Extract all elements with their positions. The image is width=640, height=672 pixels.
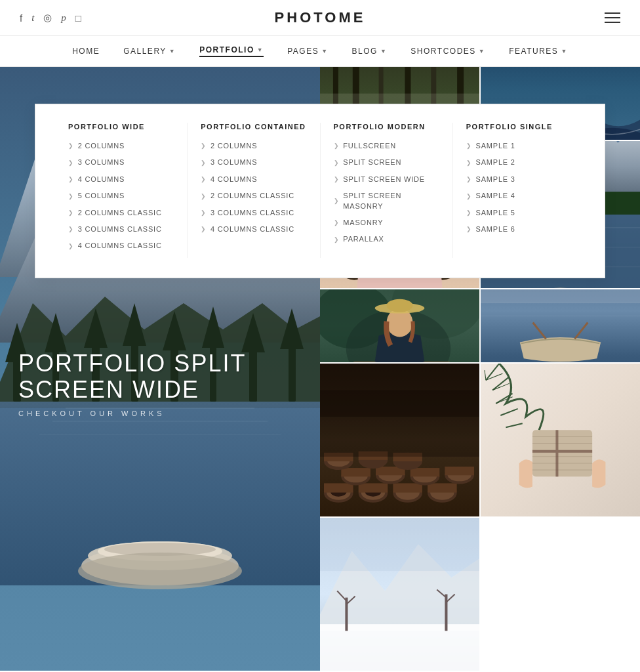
- dropdown-item[interactable]: ❯PARALLAX: [334, 234, 439, 244]
- dropdown-item[interactable]: ❯5 COLUMNS: [68, 191, 174, 201]
- grid-cell-logs[interactable]: [320, 364, 479, 516]
- hero-title: PORTFOLIO SPLIT SCREEN WIDE: [18, 350, 320, 402]
- dropdown-col-wide: PORTFOLIO WIDE ❯2 COLUMNS ❯3 COLUMNS ❯4 …: [55, 123, 188, 258]
- dropdown-item[interactable]: ❯2 COLUMNS CLASSIC: [68, 208, 174, 218]
- grid-cell-snowy[interactable]: [320, 518, 479, 671]
- dropdown-col-modern: PORTFOLIO MODERN ❯FULLSCREEN ❯SPLIT SCRE…: [321, 123, 453, 258]
- arrow-icon: ❯: [466, 175, 472, 184]
- arrow-icon: ❯: [334, 219, 340, 227]
- svg-rect-99: [428, 483, 457, 492]
- dropdown-item[interactable]: ❯4 COLUMNS CLASSIC: [68, 241, 174, 251]
- nav-gallery[interactable]: GALLERY ▼: [123, 47, 176, 56]
- svg-rect-93: [359, 483, 388, 492]
- dropdown-item[interactable]: ❯FULLSCREEN: [334, 141, 439, 151]
- arrow-icon: ❯: [334, 159, 340, 167]
- dropdown-item[interactable]: ❯SAMPLE 1: [466, 141, 572, 151]
- svg-marker-80: [481, 289, 640, 303]
- nav-blog[interactable]: BLOG ▼: [352, 47, 388, 56]
- pinterest-icon[interactable]: p: [61, 12, 66, 24]
- svg-rect-137: [320, 624, 479, 671]
- dropdown-col-single: PORTFOLIO SINGLE ❯SAMPLE 1 ❯SAMPLE 2 ❯SA…: [453, 123, 585, 258]
- chevron-down-icon: ▼: [169, 48, 176, 54]
- hero-text: PORTFOLIO SPLIT SCREEN WIDE CHECKOUT OUR…: [18, 350, 320, 417]
- arrow-icon: ❯: [68, 225, 74, 234]
- chevron-down-icon: ▼: [479, 48, 485, 54]
- dropdown-item[interactable]: ❯SPLIT SCREEN: [334, 158, 439, 167]
- dropdown-item[interactable]: ❯SAMPLE 3: [466, 175, 572, 184]
- dropdown-item[interactable]: ❯SPLIT SCREEN WIDE: [334, 175, 439, 184]
- chevron-down-icon: ▼: [380, 48, 387, 54]
- top-bar: f t ◎ p □ PHOTOME: [0, 0, 640, 36]
- svg-rect-96: [393, 483, 422, 492]
- svg-point-28: [78, 553, 242, 589]
- nav-home[interactable]: HOME: [72, 47, 100, 56]
- dropdown-item[interactable]: ❯SAMPLE 5: [466, 208, 572, 218]
- dropdown-item[interactable]: ❯2 COLUMNS: [201, 141, 306, 151]
- chevron-down-icon: ▼: [321, 48, 328, 54]
- dropdown-item[interactable]: ❯3 COLUMNS: [68, 158, 174, 167]
- arrow-icon: ❯: [466, 209, 472, 217]
- nav-pages[interactable]: PAGES ▼: [287, 47, 328, 56]
- chevron-down-icon: ▼: [257, 47, 264, 53]
- dropdown-item[interactable]: ❯4 COLUMNS CLASSIC: [201, 224, 306, 234]
- dropdown-col-contained: PORTFOLIO CONTAINED ❯2 COLUMNS ❯3 COLUMN…: [188, 123, 320, 258]
- svg-rect-102: [341, 468, 370, 476]
- nav-portfolio[interactable]: PORTFOLIO ▼: [199, 45, 264, 57]
- dropdown-item[interactable]: ❯3 COLUMNS CLASSIC: [68, 224, 174, 234]
- arrow-icon: ❯: [466, 192, 472, 201]
- arrow-icon: ❯: [201, 159, 207, 167]
- dropdown-item[interactable]: ❯SPLIT SCREEN MASONRY: [334, 191, 439, 211]
- twitter-icon[interactable]: t: [31, 12, 34, 24]
- arrow-icon: ❯: [334, 142, 340, 150]
- arrow-icon: ❯: [334, 175, 340, 184]
- dropdown-item[interactable]: ❯3 COLUMNS: [201, 158, 306, 167]
- arrow-icon: ❯: [68, 142, 74, 150]
- arrow-icon: ❯: [201, 192, 207, 201]
- dropdown-item[interactable]: ❯4 COLUMNS: [68, 175, 174, 184]
- hamburger-menu[interactable]: [605, 12, 620, 23]
- dropdown-item[interactable]: ❯4 COLUMNS: [201, 175, 306, 184]
- arrow-icon: ❯: [68, 192, 74, 201]
- site-logo: PHOTOME: [275, 9, 366, 26]
- grid-cell-spa[interactable]: [481, 364, 640, 516]
- arrow-icon: ❯: [466, 159, 472, 167]
- arrow-icon: ❯: [68, 242, 74, 251]
- dropdown-item[interactable]: ❯MASONRY: [334, 218, 439, 228]
- dropdown-item[interactable]: ❯SAMPLE 4: [466, 191, 572, 201]
- dropdown-item[interactable]: ❯SAMPLE 2: [466, 158, 572, 167]
- grid-cell-woman-hat[interactable]: [320, 289, 479, 362]
- arrow-icon: ❯: [334, 236, 340, 244]
- arrow-icon: ❯: [201, 225, 207, 234]
- dropdown-col-title-wide: PORTFOLIO WIDE: [68, 123, 174, 131]
- svg-rect-144: [320, 518, 479, 571]
- hero-subtitle: CHECKOUT OUR WORKS: [18, 410, 320, 417]
- arrow-icon: ❯: [201, 175, 207, 184]
- nav-shortcodes[interactable]: SHORTCODES ▼: [410, 47, 485, 56]
- svg-rect-120: [320, 390, 479, 456]
- dropdown-item[interactable]: ❯3 COLUMNS CLASSIC: [201, 208, 306, 218]
- svg-point-76: [387, 299, 413, 312]
- svg-rect-127: [532, 450, 592, 453]
- svg-rect-141: [445, 594, 447, 631]
- svg-rect-108: [410, 468, 440, 476]
- arrow-icon: ❯: [334, 197, 340, 205]
- dropdown-col-title-contained: PORTFOLIO CONTAINED: [201, 123, 306, 131]
- social-icons: f t ◎ p □: [20, 12, 81, 24]
- portfolio-dropdown: PORTFOLIO WIDE ❯2 COLUMNS ❯3 COLUMNS ❯4 …: [35, 104, 605, 278]
- arrow-icon: ❯: [201, 209, 207, 217]
- arrow-icon: ❯: [68, 175, 74, 184]
- arrow-icon: ❯: [466, 142, 472, 150]
- nav-features[interactable]: FEATURES ▼: [509, 47, 568, 56]
- dropdown-item[interactable]: ❯SAMPLE 6: [466, 224, 572, 234]
- arrow-icon: ❯: [466, 225, 472, 234]
- svg-rect-111: [445, 467, 474, 475]
- dropdown-item[interactable]: ❯2 COLUMNS: [68, 141, 174, 151]
- flickr-icon[interactable]: ◎: [43, 12, 52, 24]
- dropdown-col-title-single: PORTFOLIO SINGLE: [466, 123, 572, 131]
- dropdown-col-title-modern: PORTFOLIO MODERN: [334, 123, 439, 131]
- dropdown-item[interactable]: ❯2 COLUMNS CLASSIC: [201, 191, 306, 201]
- instagram-icon[interactable]: □: [75, 12, 81, 24]
- facebook-icon[interactable]: f: [20, 12, 22, 24]
- grid-cell-canoe-lake[interactable]: [481, 289, 640, 362]
- chevron-down-icon: ▼: [561, 48, 567, 54]
